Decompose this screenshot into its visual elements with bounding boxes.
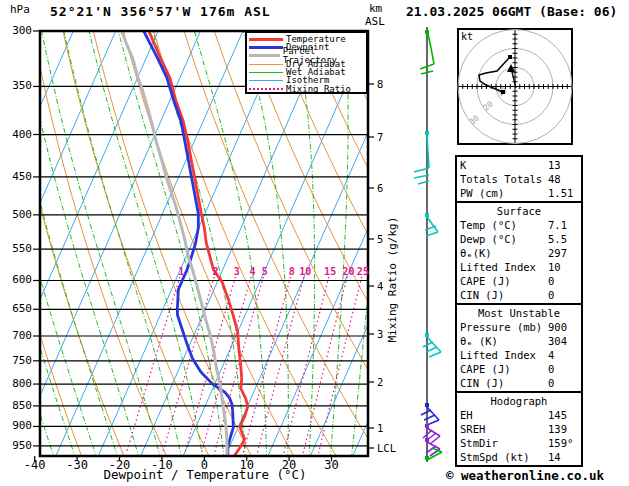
wind-barb: [423, 333, 441, 357]
altitude-tick-label: 6: [377, 182, 383, 194]
isotherm-line: [141, 31, 328, 456]
temperature-tick-label: -30: [60, 458, 94, 472]
wind-barb-segment: [421, 410, 431, 415]
altitude-tick-label: 2: [377, 376, 383, 388]
stat-label: CIN (J): [460, 376, 548, 390]
dry-adiabat-line: [245, 31, 464, 456]
pressure-tick-label: 950: [4, 439, 32, 452]
wind-barb-station-marker: [425, 438, 429, 442]
stat-value: 900: [548, 320, 578, 334]
wind-barb-segment: [429, 352, 441, 357]
wind-barb-station-marker: [425, 131, 429, 135]
stat-row: EH145: [460, 408, 578, 422]
stat-value: 0: [548, 274, 578, 288]
stat-label: θₑ(K): [460, 246, 548, 260]
temperature-tick-label: 20: [272, 458, 306, 472]
temperature-tick-label: 0: [187, 458, 221, 472]
mixing-ratio-value-label: 15: [320, 266, 340, 277]
dry-adiabat-line: [184, 31, 378, 456]
stat-row: K13: [460, 158, 578, 172]
dry-adiabat-line: [33, 31, 167, 456]
pressure-tick-label: 500: [4, 208, 32, 221]
pressure-tick-label: 750: [4, 354, 32, 367]
stat-value: 1.51: [548, 186, 578, 200]
stat-row: CAPE (J)0: [460, 362, 578, 376]
pressure-tick-label: 700: [4, 329, 32, 342]
stat-label: Temp (°C): [460, 218, 548, 232]
stat-value: 5.5: [548, 232, 578, 246]
stat-row: Dewp (°C)5.5: [460, 232, 578, 246]
stats-section-title: Surface: [460, 204, 578, 218]
pressure-tick-label: 300: [4, 24, 32, 37]
stat-label: CIN (J): [460, 288, 548, 302]
temperature-tick-label: 10: [230, 458, 264, 472]
wind-barb-station-marker: [425, 213, 429, 217]
mixing-ratio-value-label: 10: [295, 266, 315, 277]
legend-line-sample: [249, 80, 283, 81]
datetime-title: 21.03.2025 06GMT (Base: 06): [406, 4, 617, 19]
stat-label: Lifted Index: [460, 348, 548, 362]
station-title: 52°21'N 356°57'W 176m ASL: [50, 4, 271, 19]
stat-value: 48: [548, 172, 578, 186]
pressure-tick-label: 850: [4, 399, 32, 412]
legend-box: TemperatureDewpointParcel TrajectoryDry …: [245, 31, 368, 94]
isotherm-line: [226, 31, 413, 456]
altitude-tick-label: 4: [377, 280, 383, 292]
mixing-ratio-value-label: 5: [255, 266, 275, 277]
stats-section: K13Totals Totals48PW (cm)1.51: [455, 155, 583, 203]
skewt-sounding-page: 102030 52°21'N 356°57'W 176m ASL 21.03.2…: [0, 0, 629, 486]
wind-barb-column: [414, 27, 442, 462]
altitude-axis-unit-km: km: [369, 2, 382, 15]
temperature-tick-label: 30: [315, 458, 349, 472]
hodograph: 102030: [458, 29, 572, 144]
legend-line-sample: [249, 88, 283, 90]
stat-row: CAPE (J)0: [460, 274, 578, 288]
stat-value: 14: [548, 450, 578, 464]
stat-row: SREH139: [460, 422, 578, 436]
stat-value: 10: [548, 260, 578, 274]
dry-adiabat-line: [154, 31, 336, 456]
stat-value: 13: [548, 158, 578, 172]
mixing-ratio-value-label: 25: [353, 266, 373, 277]
temperature-tick-label: -10: [145, 458, 179, 472]
stat-label: StmDir: [460, 436, 548, 450]
temperature-tick-label: -20: [103, 458, 137, 472]
stat-label: StmSpd (kt): [460, 450, 548, 464]
stat-label: EH: [460, 408, 548, 422]
stat-value: 0: [548, 362, 578, 376]
stat-label: SREH: [460, 422, 548, 436]
mixing-ratio-value-label: 1: [171, 266, 191, 277]
pressure-tick-label: 900: [4, 419, 32, 432]
stats-section: HodographEH145SREH139StmDir159°StmSpd (k…: [455, 391, 583, 467]
stat-row: Totals Totals48: [460, 172, 578, 186]
stat-row: StmSpd (kt)14: [460, 450, 578, 464]
stat-label: Totals Totals: [460, 172, 548, 186]
stat-label: PW (cm): [460, 186, 548, 200]
stat-value: 0: [548, 376, 578, 390]
stat-label: Lifted Index: [460, 260, 548, 274]
altitude-axis-unit-asl: ASL: [365, 15, 385, 28]
pressure-tick-label: 800: [4, 377, 32, 390]
stat-value: 0: [548, 288, 578, 302]
wet-adiabat-line: [151, 25, 245, 459]
stat-row: CIN (J)0: [460, 376, 578, 390]
pressure-tick-label: 450: [4, 170, 32, 183]
hodograph-trace-marker: [508, 55, 512, 59]
wind-barb-segment: [431, 48, 434, 64]
legend-line-sample: [249, 72, 283, 73]
pressure-tick-label: 600: [4, 273, 32, 286]
stat-value: 304: [548, 334, 578, 348]
isotherm-line: [183, 31, 370, 456]
mixing-ratio-value-label: 2: [206, 266, 226, 277]
altitude-tick-label: 7: [377, 131, 383, 143]
stat-label: Dewp (°C): [460, 232, 548, 246]
stat-row: Lifted Index4: [460, 348, 578, 362]
wind-barb-segment: [424, 415, 435, 420]
wind-barb-segment: [427, 217, 438, 232]
pressure-tick-label: 650: [4, 302, 32, 315]
hodograph-trace-marker: [501, 90, 505, 94]
wind-barb-segment: [426, 347, 437, 352]
altitude-tick-label: 1: [377, 422, 383, 434]
altitude-tick-label: LCL: [377, 442, 396, 454]
wind-barb-segment: [426, 232, 438, 236]
